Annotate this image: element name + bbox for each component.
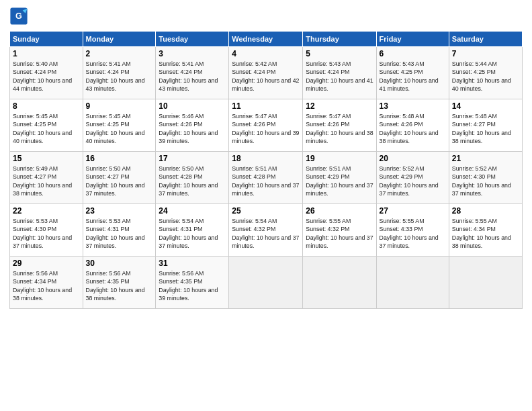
calendar-cell: 14 Sunrise: 5:48 AMSunset: 4:27 PMDaylig… (449, 99, 522, 152)
day-number: 17 (159, 154, 226, 163)
day-number: 25 (232, 206, 300, 216)
day-number: 20 (380, 154, 446, 163)
calendar-cell: 28 Sunrise: 5:55 AMSunset: 4:34 PMDaylig… (449, 204, 522, 257)
svg-text:G: G (15, 11, 22, 21)
day-number: 21 (452, 154, 519, 163)
logo-icon: G (9, 7, 28, 26)
calendar-cell: 24 Sunrise: 5:54 AMSunset: 4:31 PMDaylig… (156, 204, 229, 257)
calendar-cell: 10 Sunrise: 5:46 AMSunset: 4:26 PMDaylig… (156, 99, 229, 152)
day-number: 5 (306, 49, 373, 58)
day-info: Sunrise: 5:51 AMSunset: 4:29 PMDaylight:… (306, 165, 373, 197)
day-info: Sunrise: 5:41 AMSunset: 4:24 PMDaylight:… (86, 60, 145, 92)
day-info: Sunrise: 5:42 AMSunset: 4:24 PMDaylight:… (232, 60, 299, 92)
day-number: 13 (380, 101, 446, 111)
calendar-cell: 6 Sunrise: 5:43 AMSunset: 4:25 PMDayligh… (376, 47, 449, 99)
weekday-header: Friday (376, 32, 449, 47)
calendar-week-row: 1 Sunrise: 5:40 AMSunset: 4:24 PMDayligh… (10, 47, 523, 99)
weekday-header: Wednesday (229, 32, 303, 47)
day-number: 18 (232, 154, 300, 163)
calendar-cell: 16 Sunrise: 5:50 AMSunset: 4:27 PMDaylig… (83, 152, 156, 204)
calendar-body: 1 Sunrise: 5:40 AMSunset: 4:24 PMDayligh… (10, 47, 523, 309)
day-info: Sunrise: 5:46 AMSunset: 4:26 PMDaylight:… (159, 113, 218, 144)
calendar-cell: 11 Sunrise: 5:47 AMSunset: 4:26 PMDaylig… (229, 99, 303, 152)
day-number: 1 (13, 49, 80, 58)
day-info: Sunrise: 5:56 AMSunset: 4:35 PMDaylight:… (159, 270, 218, 302)
calendar-cell: 13 Sunrise: 5:48 AMSunset: 4:26 PMDaylig… (376, 99, 449, 152)
weekday-header: Thursday (303, 32, 376, 47)
day-info: Sunrise: 5:49 AMSunset: 4:27 PMDaylight:… (13, 165, 72, 197)
day-info: Sunrise: 5:52 AMSunset: 4:29 PMDaylight:… (380, 165, 439, 197)
day-info: Sunrise: 5:47 AMSunset: 4:26 PMDaylight:… (232, 113, 299, 144)
calendar-cell: 3 Sunrise: 5:41 AMSunset: 4:24 PMDayligh… (156, 47, 229, 99)
day-info: Sunrise: 5:55 AMSunset: 4:33 PMDaylight:… (380, 218, 439, 249)
calendar-cell (303, 257, 376, 309)
day-number: 10 (159, 101, 226, 111)
day-info: Sunrise: 5:43 AMSunset: 4:25 PMDaylight:… (380, 60, 439, 92)
calendar-cell (449, 257, 522, 309)
day-number: 9 (86, 101, 153, 111)
day-info: Sunrise: 5:50 AMSunset: 4:27 PMDaylight:… (86, 165, 145, 197)
calendar-week-row: 8 Sunrise: 5:45 AMSunset: 4:25 PMDayligh… (10, 99, 523, 152)
calendar-cell: 29 Sunrise: 5:56 AMSunset: 4:34 PMDaylig… (10, 257, 83, 309)
day-number: 2 (86, 49, 153, 58)
day-number: 23 (86, 206, 153, 216)
day-info: Sunrise: 5:51 AMSunset: 4:28 PMDaylight:… (232, 165, 299, 197)
calendar-week-row: 29 Sunrise: 5:56 AMSunset: 4:34 PMDaylig… (10, 257, 523, 309)
day-number: 27 (380, 206, 446, 216)
day-number: 6 (380, 49, 446, 58)
day-info: Sunrise: 5:50 AMSunset: 4:28 PMDaylight:… (159, 165, 218, 197)
day-info: Sunrise: 5:47 AMSunset: 4:26 PMDaylight:… (306, 113, 373, 144)
day-info: Sunrise: 5:55 AMSunset: 4:32 PMDaylight:… (306, 218, 373, 249)
day-number: 14 (452, 101, 519, 111)
calendar-cell: 23 Sunrise: 5:53 AMSunset: 4:31 PMDaylig… (83, 204, 156, 257)
day-info: Sunrise: 5:54 AMSunset: 4:31 PMDaylight:… (159, 218, 218, 249)
day-number: 16 (86, 154, 153, 163)
calendar-cell: 26 Sunrise: 5:55 AMSunset: 4:32 PMDaylig… (303, 204, 376, 257)
calendar-cell: 5 Sunrise: 5:43 AMSunset: 4:24 PMDayligh… (303, 47, 376, 99)
calendar-cell: 20 Sunrise: 5:52 AMSunset: 4:29 PMDaylig… (376, 152, 449, 204)
weekday-header: Sunday (10, 32, 83, 47)
day-info: Sunrise: 5:53 AMSunset: 4:31 PMDaylight:… (86, 218, 145, 249)
day-number: 4 (232, 49, 300, 58)
day-number: 19 (306, 154, 373, 163)
calendar-cell: 17 Sunrise: 5:50 AMSunset: 4:28 PMDaylig… (156, 152, 229, 204)
day-info: Sunrise: 5:48 AMSunset: 4:26 PMDaylight:… (380, 113, 439, 144)
weekday-header: Monday (83, 32, 156, 47)
day-info: Sunrise: 5:52 AMSunset: 4:30 PMDaylight:… (452, 165, 511, 197)
day-number: 31 (159, 259, 226, 268)
day-number: 24 (159, 206, 226, 216)
day-info: Sunrise: 5:53 AMSunset: 4:30 PMDaylight:… (13, 218, 72, 249)
day-info: Sunrise: 5:40 AMSunset: 4:24 PMDaylight:… (13, 60, 72, 92)
day-number: 7 (452, 49, 519, 58)
calendar-cell: 27 Sunrise: 5:55 AMSunset: 4:33 PMDaylig… (376, 204, 449, 257)
calendar-week-row: 22 Sunrise: 5:53 AMSunset: 4:30 PMDaylig… (10, 204, 523, 257)
day-number: 28 (452, 206, 519, 216)
day-info: Sunrise: 5:48 AMSunset: 4:27 PMDaylight:… (452, 113, 511, 144)
day-info: Sunrise: 5:56 AMSunset: 4:34 PMDaylight:… (13, 270, 72, 302)
calendar-cell: 21 Sunrise: 5:52 AMSunset: 4:30 PMDaylig… (449, 152, 522, 204)
header: G (9, 7, 523, 26)
day-info: Sunrise: 5:45 AMSunset: 4:25 PMDaylight:… (13, 113, 72, 144)
calendar-cell: 25 Sunrise: 5:54 AMSunset: 4:32 PMDaylig… (229, 204, 303, 257)
calendar-cell: 22 Sunrise: 5:53 AMSunset: 4:30 PMDaylig… (10, 204, 83, 257)
weekday-header: Saturday (449, 32, 522, 47)
weekday-header: Tuesday (156, 32, 229, 47)
day-info: Sunrise: 5:55 AMSunset: 4:34 PMDaylight:… (452, 218, 511, 249)
calendar-cell: 30 Sunrise: 5:56 AMSunset: 4:35 PMDaylig… (83, 257, 156, 309)
day-number: 30 (86, 259, 153, 268)
logo: G (9, 7, 30, 26)
day-info: Sunrise: 5:41 AMSunset: 4:24 PMDaylight:… (159, 60, 218, 92)
calendar-cell: 19 Sunrise: 5:51 AMSunset: 4:29 PMDaylig… (303, 152, 376, 204)
day-number: 29 (13, 259, 80, 268)
day-number: 26 (306, 206, 373, 216)
day-info: Sunrise: 5:54 AMSunset: 4:32 PMDaylight:… (232, 218, 299, 249)
day-info: Sunrise: 5:43 AMSunset: 4:24 PMDaylight:… (306, 60, 373, 92)
calendar-cell: 4 Sunrise: 5:42 AMSunset: 4:24 PMDayligh… (229, 47, 303, 99)
calendar-cell: 7 Sunrise: 5:44 AMSunset: 4:25 PMDayligh… (449, 47, 522, 99)
calendar-cell: 18 Sunrise: 5:51 AMSunset: 4:28 PMDaylig… (229, 152, 303, 204)
calendar-cell: 15 Sunrise: 5:49 AMSunset: 4:27 PMDaylig… (10, 152, 83, 204)
calendar-cell: 1 Sunrise: 5:40 AMSunset: 4:24 PMDayligh… (10, 47, 83, 99)
calendar-cell: 2 Sunrise: 5:41 AMSunset: 4:24 PMDayligh… (83, 47, 156, 99)
day-number: 12 (306, 101, 373, 111)
main-container: G SundayMondayTuesdayWednesdayThursdayFr… (0, 0, 532, 316)
